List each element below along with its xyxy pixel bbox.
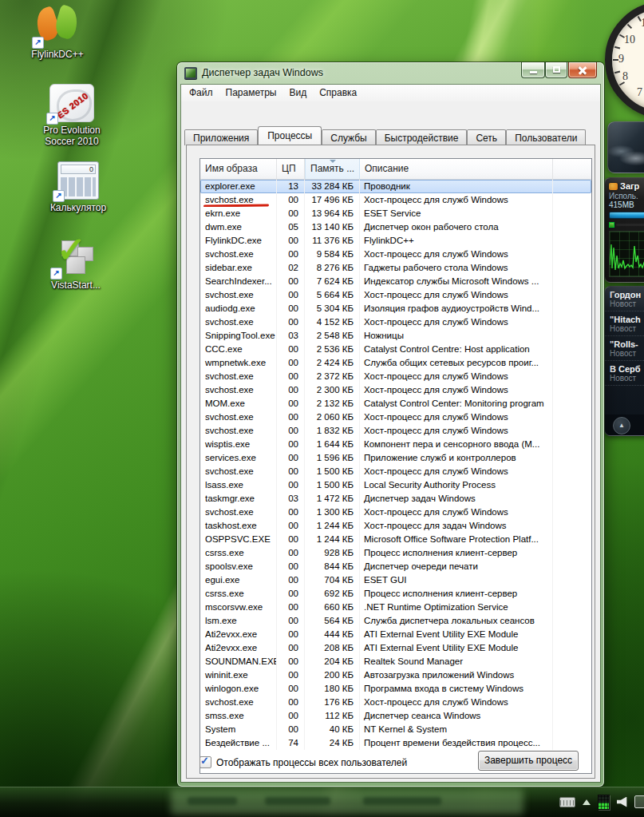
- table-row[interactable]: csrss.exe00692 КБПроцесс исполнения клие…: [200, 587, 591, 601]
- show-all-users-label: Отображать процессы всех пользователей: [216, 757, 407, 768]
- maximize-icon: [553, 66, 560, 73]
- table-row[interactable]: svchost.exe002 300 КБХост-процесс для сл…: [200, 383, 591, 397]
- table-row[interactable]: wisptis.exe001 644 КБКомпонент пера и се…: [200, 438, 591, 451]
- table-row[interactable]: svchost.exe002 372 КБХост-процесс для сл…: [200, 370, 591, 383]
- keyboard-layout-icon[interactable]: [559, 797, 575, 807]
- table-row[interactable]: lsm.exe00564 КБСлужба диспетчера локальн…: [200, 614, 591, 628]
- table-row[interactable]: mscorsvw.exe00660 КБ.NET Runtime Optimiz…: [200, 601, 591, 614]
- table-row[interactable]: lsass.exe001 500 КБLocal Security Author…: [200, 478, 591, 492]
- table-row[interactable]: CCC.exe002 536 КБCatalyst Control Centre…: [200, 343, 591, 356]
- table-row[interactable]: Ati2evxx.exe00444 КБATI External Event U…: [200, 628, 591, 641]
- taskbar[interactable]: [0, 787, 644, 817]
- table-row[interactable]: spoolsv.exe00844 КБДиспетчер очереди печ…: [200, 560, 591, 573]
- tab-inactive[interactable]: Быстродействие: [376, 129, 468, 145]
- news-item-title: "Hitach: [610, 315, 644, 324]
- flylinkdc-icon: ↗: [35, 6, 80, 46]
- table-row[interactable]: System0040 КБNT Kernel & System: [200, 723, 591, 736]
- task-manager-icon: [184, 67, 197, 79]
- news-item-subtitle: Новост: [610, 324, 644, 333]
- table-row[interactable]: svchost.exe0017 496 КБХост-процесс для с…: [200, 193, 591, 207]
- network-activity-icon[interactable]: [598, 795, 610, 810]
- icon-label: Pro Evolution Soccer 2010: [28, 125, 116, 148]
- shortcut-arrow-icon: ↗: [46, 113, 58, 125]
- table-row[interactable]: explorer.exe1333 284 КБПроводник: [200, 180, 591, 193]
- table-row[interactable]: svchost.exe002 060 КБХост-процесс для сл…: [200, 410, 591, 424]
- vistastart-icon: ✓ ↗: [53, 237, 98, 277]
- clock-number: 10: [624, 34, 635, 46]
- table-row[interactable]: wmpnetwk.exe002 424 КБСлужба общих сетев…: [200, 356, 591, 370]
- weather-gadget[interactable]: [607, 121, 644, 173]
- table-row[interactable]: taskmgr.exe031 472 КБДиспетчер задач Win…: [200, 492, 591, 506]
- table-row[interactable]: audiodg.exe005 304 КБИзоляция графов ауд…: [200, 302, 591, 315]
- table-row[interactable]: SearchIndexer...007 624 КБИндексатор слу…: [200, 275, 591, 288]
- news-prev-button[interactable]: ▲: [613, 417, 630, 434]
- shortcut-arrow-icon: ↗: [53, 190, 65, 202]
- window-client-area: ФайлПараметрыВидСправка ПриложенияПроцес…: [181, 85, 600, 782]
- table-row[interactable]: svchost.exe004 152 КБХост-процесс для сл…: [200, 315, 591, 329]
- network-icon[interactable]: [634, 795, 644, 808]
- table-row[interactable]: taskhost.exe001 244 КБХост-процесс для з…: [200, 519, 591, 533]
- tab-strip: ПриложенияПроцессыСлужбыБыстродействиеСе…: [184, 127, 586, 145]
- desktop-icon-calculator[interactable]: 0 ↗ Калькулятор: [34, 160, 122, 214]
- list-header: Имя образа ЦП Память ... Описание: [200, 159, 591, 180]
- blurred-status-text: [363, 797, 441, 805]
- show-hidden-icons-icon[interactable]: [583, 799, 591, 805]
- table-row[interactable]: smss.exe00112 КБДиспетчер сеанса Windows: [200, 709, 591, 723]
- sysmon-title: Загр: [620, 181, 639, 191]
- table-row[interactable]: winlogon.exe00180 КБПрограмма входа в си…: [200, 682, 591, 696]
- tab-active[interactable]: Процессы: [258, 126, 322, 145]
- table-row[interactable]: services.exe001 596 КБПриложение служб и…: [200, 451, 591, 465]
- news-item[interactable]: В СербНовост: [605, 361, 644, 386]
- table-row[interactable]: MOM.exe002 132 КБCatalyst Control Center…: [200, 397, 591, 410]
- maximize-button[interactable]: [545, 62, 567, 78]
- menu-item[interactable]: Параметры: [219, 85, 283, 101]
- window-title: Диспетчер задач Windows: [202, 62, 323, 85]
- table-row[interactable]: svchost.exe001 832 КБХост-процесс для сл…: [200, 424, 591, 438]
- volume-icon[interactable]: [617, 797, 627, 807]
- title-bar[interactable]: Диспетчер задач Windows: [177, 62, 604, 85]
- table-row[interactable]: sidebar.exe028 276 КБГаджеты рабочего ст…: [200, 261, 591, 275]
- tab-inactive[interactable]: Приложения: [184, 129, 258, 145]
- table-row[interactable]: dwm.exe0513 140 КБДиспетчер окон рабочег…: [200, 220, 591, 234]
- table-row[interactable]: Бездействие ...7424 КБПроцент времени бе…: [200, 736, 591, 750]
- table-row[interactable]: OSPPSVC.EXE001 244 КБMicrosoft Office So…: [200, 533, 591, 546]
- table-row[interactable]: ekrn.exe0013 964 КБESET Service: [200, 207, 591, 220]
- column-header-name[interactable]: Имя образа: [200, 159, 277, 179]
- column-header-memory[interactable]: Память ...: [305, 159, 360, 179]
- table-row[interactable]: svchost.exe00176 КБХост-процесс для служ…: [200, 696, 591, 709]
- tab-inactive[interactable]: Пользователи: [506, 129, 586, 145]
- desktop-icon-flylinkdc[interactable]: ↗ FlylinkDC++: [14, 6, 101, 61]
- table-row[interactable]: svchost.exe005 664 КБХост-процесс для сл…: [200, 288, 591, 302]
- desktop-icon-pes2010[interactable]: ES 2010 ↗ Pro Evolution Soccer 2010: [28, 82, 116, 148]
- table-row[interactable]: svchost.exe009 584 КБХост-процесс для сл…: [200, 248, 591, 261]
- news-item[interactable]: ГордонНовост: [605, 287, 644, 311]
- table-row[interactable]: svchost.exe001 500 КБХост-процесс для сл…: [200, 465, 591, 478]
- column-header-cpu[interactable]: ЦП: [277, 159, 305, 179]
- column-header-description[interactable]: Описание: [360, 159, 553, 179]
- menu-item[interactable]: Файл: [183, 85, 219, 101]
- close-button[interactable]: [568, 62, 597, 78]
- show-all-users-checkbox[interactable]: [200, 756, 211, 768]
- clock-number: 11: [641, 17, 644, 30]
- table-row[interactable]: FlylinkDC.exe0011 376 КБFlylinkDC++: [200, 234, 591, 248]
- end-process-button[interactable]: Завершить процесс: [478, 751, 579, 771]
- news-feed-gadget[interactable]: ГордонНовост"HitachНовост"Rolls-НовостВ …: [604, 286, 644, 436]
- minimize-button[interactable]: [521, 62, 545, 78]
- news-item[interactable]: "HitachНовост: [605, 311, 644, 336]
- shortcut-arrow-icon: ↗: [32, 37, 44, 49]
- desktop-icon-vistastart[interactable]: ✓ ↗ VistaStart...: [32, 237, 120, 292]
- news-item[interactable]: "Rolls-Новост: [605, 336, 644, 361]
- pes2010-icon: ES 2010 ↗: [49, 82, 94, 122]
- system-monitor-gadget[interactable]: Загр Исполь. 415MB: [604, 177, 644, 283]
- tab-inactive[interactable]: Сеть: [467, 129, 506, 145]
- menu-item[interactable]: Справка: [313, 85, 363, 101]
- table-row[interactable]: SnippingTool.exe032 548 КБНожницы: [200, 329, 591, 343]
- table-row[interactable]: SOUNDMAN.EXE00204 КБRealtek Sound Manage…: [200, 655, 591, 668]
- tab-inactive[interactable]: Службы: [322, 129, 375, 145]
- table-row[interactable]: svchost.exe001 300 КБХост-процесс для сл…: [200, 506, 591, 519]
- table-row[interactable]: wininit.exe00200 КБАвтозагрузка приложен…: [200, 668, 591, 682]
- table-row[interactable]: csrss.exe00928 КБПроцесс исполнения клие…: [200, 546, 591, 560]
- table-row[interactable]: egui.exe00704 КБESET GUI: [200, 573, 591, 587]
- table-row[interactable]: Ati2evxx.exe00208 КБATI External Event U…: [200, 641, 591, 655]
- menu-item[interactable]: Вид: [282, 85, 313, 101]
